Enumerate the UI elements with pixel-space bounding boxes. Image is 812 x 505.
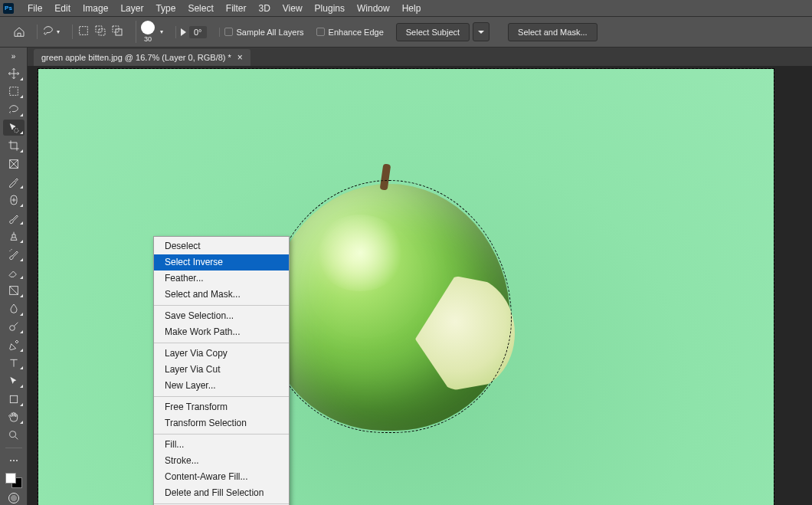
- menu-view[interactable]: View: [277, 0, 309, 17]
- svg-point-13: [10, 460, 11, 461]
- brush-angle[interactable]: 0°: [175, 26, 211, 38]
- menu-3d[interactable]: 3D: [252, 0, 276, 17]
- menu-edit[interactable]: Edit: [48, 0, 77, 17]
- brush-preview[interactable]: 30: [141, 21, 155, 43]
- canvas-area: DeselectSelect InverseFeather...Select a…: [28, 66, 812, 505]
- context-menu-item[interactable]: Deselect: [154, 238, 289, 254]
- menu-filter[interactable]: Filter: [220, 0, 253, 17]
- enhance-edge-label: Enhance Edge: [329, 28, 384, 37]
- menu-file[interactable]: File: [21, 0, 48, 17]
- document-canvas[interactable]: DeselectSelect InverseFeather...Select a…: [38, 69, 774, 505]
- context-menu-item[interactable]: Select Inverse: [154, 254, 289, 271]
- context-menu-item[interactable]: Free Transform: [154, 399, 289, 415]
- tool-healing[interactable]: [3, 192, 25, 208]
- tool-clone[interactable]: [3, 228, 25, 244]
- tool-path-select[interactable]: [3, 372, 25, 389]
- context-menu-item[interactable]: Layer Via Copy: [154, 346, 289, 362]
- menu-plugins[interactable]: Plugins: [309, 0, 351, 17]
- tool-dodge[interactable]: [3, 319, 25, 336]
- svg-point-15: [16, 460, 18, 461]
- menu-bar: Ps File Edit Image Layer Type Select Fil…: [0, 0, 812, 17]
- new-selection-icon[interactable]: [77, 25, 90, 39]
- tool-frame[interactable]: [3, 156, 25, 172]
- context-menu-item[interactable]: Transform Selection: [154, 415, 289, 431]
- tool-separator: [5, 448, 22, 448]
- current-tool-icon[interactable]: [42, 25, 54, 39]
- collapse-tools-icon[interactable]: »: [11, 52, 16, 61]
- document-tab-strip: green apple bitten.jpg @ 16.7% (Layer 0,…: [0, 48, 812, 66]
- angle-icon: [181, 28, 186, 36]
- svg-rect-5: [9, 87, 18, 96]
- context-menu: DeselectSelect InverseFeather...Select a…: [153, 236, 290, 505]
- tool-move[interactable]: [3, 65, 25, 82]
- sample-all-layers-checkbox[interactable]: Sample All Layers: [219, 28, 309, 37]
- foreground-color-swatch[interactable]: [5, 473, 16, 484]
- select-and-mask-button[interactable]: Select and Mask...: [508, 23, 598, 41]
- tools-panel: »: [0, 48, 28, 505]
- svg-point-10: [9, 326, 15, 331]
- close-icon[interactable]: ×: [237, 52, 243, 63]
- context-menu-item[interactable]: Select and Mask...: [154, 287, 289, 303]
- sample-all-layers-label: Sample All Layers: [237, 28, 304, 37]
- select-subject-dropdown[interactable]: [473, 22, 489, 41]
- context-menu-separator: [154, 503, 289, 504]
- context-menu-item[interactable]: Stroke...: [154, 453, 289, 469]
- tool-shape[interactable]: [3, 391, 25, 408]
- tool-edit-toolbar[interactable]: [3, 452, 25, 469]
- tool-eraser[interactable]: [3, 264, 25, 281]
- context-menu-item[interactable]: Delete and Fill Selection: [154, 485, 289, 501]
- enhance-edge-checkbox[interactable]: Enhance Edge: [316, 28, 384, 37]
- menu-window[interactable]: Window: [351, 0, 396, 17]
- tool-pen[interactable]: [3, 336, 25, 353]
- menu-select[interactable]: Select: [182, 0, 219, 17]
- tool-marquee[interactable]: [3, 84, 25, 100]
- context-menu-item[interactable]: Layer Via Cut: [154, 362, 289, 378]
- svg-point-12: [9, 431, 15, 438]
- svg-point-6: [14, 128, 18, 132]
- tool-eyedropper[interactable]: [3, 174, 25, 191]
- menu-type[interactable]: Type: [149, 0, 182, 17]
- tool-lasso[interactable]: [3, 101, 25, 118]
- tool-blur[interactable]: [3, 300, 25, 317]
- context-menu-separator: [154, 305, 289, 306]
- context-menu-item[interactable]: Save Selection...: [154, 308, 289, 324]
- context-menu-item[interactable]: Fill...: [154, 437, 289, 453]
- menu-image[interactable]: Image: [77, 0, 114, 17]
- context-menu-separator: [154, 343, 289, 343]
- quick-mask-toggle[interactable]: [3, 491, 25, 505]
- tool-gradient[interactable]: [3, 282, 25, 299]
- tool-crop[interactable]: [3, 137, 25, 154]
- context-menu-item[interactable]: Make Work Path...: [154, 324, 289, 340]
- subtract-selection-icon[interactable]: [111, 25, 123, 39]
- tool-zoom[interactable]: [3, 427, 25, 444]
- svg-rect-2: [99, 29, 105, 35]
- tool-brush[interactable]: [3, 210, 25, 227]
- quick-mask-icon: [8, 493, 19, 503]
- color-swatches[interactable]: [5, 473, 22, 488]
- context-menu-separator: [154, 396, 289, 397]
- home-button[interactable]: [9, 22, 29, 42]
- add-selection-icon[interactable]: [94, 25, 106, 39]
- context-menu-item[interactable]: Feather...: [154, 271, 289, 287]
- svg-rect-4: [116, 29, 122, 35]
- svg-rect-11: [10, 395, 17, 402]
- tool-type[interactable]: [3, 355, 25, 372]
- menu-layer[interactable]: Layer: [114, 0, 149, 17]
- context-menu-separator: [154, 434, 289, 434]
- svg-rect-0: [80, 27, 88, 35]
- chevron-down-icon[interactable]: ▾: [57, 28, 60, 35]
- chevron-down-icon[interactable]: ▾: [160, 28, 163, 35]
- tool-history-brush[interactable]: [3, 246, 25, 263]
- select-subject-button[interactable]: Select Subject: [396, 23, 470, 41]
- angle-value[interactable]: 0°: [189, 26, 207, 38]
- options-bar: ▾ 30 ▾ 0° Sample All Layers Enhance Edge…: [0, 17, 812, 48]
- context-menu-item[interactable]: Content-Aware Fill...: [154, 469, 289, 485]
- app-logo: Ps: [3, 3, 14, 14]
- menu-help[interactable]: Help: [396, 0, 427, 17]
- document-tab[interactable]: green apple bitten.jpg @ 16.7% (Layer 0,…: [34, 49, 250, 66]
- context-menu-item[interactable]: New Layer...: [154, 378, 289, 394]
- checkbox-icon: [224, 28, 233, 36]
- brush-dot-icon: [141, 21, 155, 34]
- tool-hand[interactable]: [3, 409, 25, 426]
- tool-quick-selection[interactable]: [3, 120, 25, 136]
